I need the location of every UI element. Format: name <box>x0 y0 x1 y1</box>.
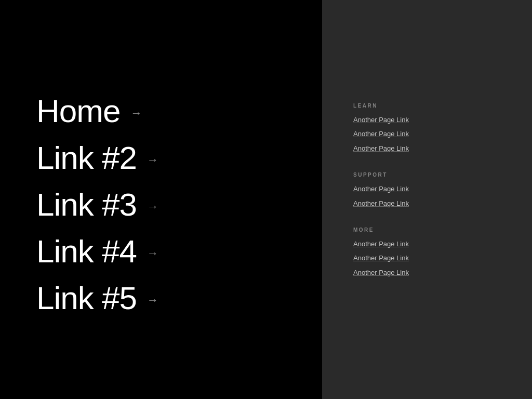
group-link-learn-2[interactable]: Another Page Link <box>353 142 532 154</box>
nav-arrow-link4: → <box>147 247 158 260</box>
nav-item-home[interactable]: Home→ <box>36 88 322 135</box>
link-group-learn: LEARNAnother Page LinkAnother Page LinkA… <box>353 103 532 156</box>
nav-item-link5[interactable]: Link #5→ <box>36 275 322 322</box>
group-link-more-0[interactable]: Another Page Link <box>353 238 532 250</box>
group-link-learn-0[interactable]: Another Page Link <box>353 114 532 126</box>
nav-label-link5: Link #5 <box>36 282 137 314</box>
group-heading-learn: LEARN <box>353 103 532 109</box>
nav-item-link4[interactable]: Link #4→ <box>36 228 322 275</box>
nav-label-link4: Link #4 <box>36 235 137 268</box>
nav-item-link2[interactable]: Link #2→ <box>36 135 322 181</box>
group-link-more-2[interactable]: Another Page Link <box>353 267 532 278</box>
nav-arrow-link5: → <box>147 294 158 307</box>
group-link-support-0[interactable]: Another Page Link <box>353 183 532 195</box>
nav-item-link3[interactable]: Link #3→ <box>36 181 322 228</box>
link-group-support: SUPPORTAnother Page LinkAnother Page Lin… <box>353 172 532 211</box>
group-link-more-1[interactable]: Another Page Link <box>353 252 532 264</box>
nav-arrow-link3: → <box>147 200 158 214</box>
left-nav-panel: Home→Link #2→Link #3→Link #4→Link #5→ <box>0 0 322 399</box>
group-link-support-1[interactable]: Another Page Link <box>353 197 532 209</box>
nav-label-link2: Link #2 <box>36 142 137 174</box>
right-links-panel: LEARNAnother Page LinkAnother Page LinkA… <box>322 0 532 399</box>
group-heading-more: MORE <box>353 227 532 233</box>
nav-label-home: Home <box>36 95 120 127</box>
nav-label-link3: Link #3 <box>36 189 137 221</box>
group-heading-support: SUPPORT <box>353 172 532 178</box>
nav-arrow-home: → <box>130 107 142 120</box>
group-link-learn-1[interactable]: Another Page Link <box>353 128 532 140</box>
nav-arrow-link2: → <box>147 153 158 167</box>
link-group-more: MOREAnother Page LinkAnother Page LinkAn… <box>353 227 532 281</box>
